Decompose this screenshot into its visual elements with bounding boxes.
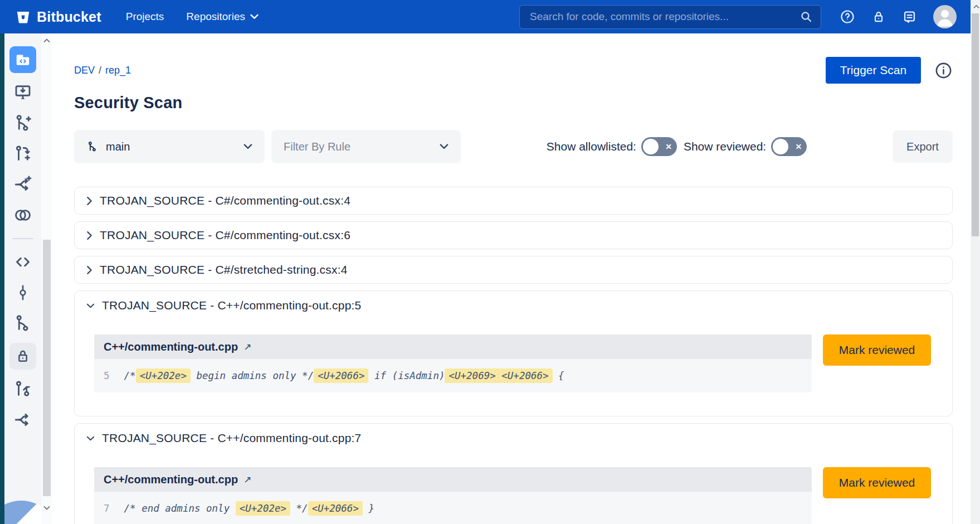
finding-header[interactable]: TROJAN_SOURCE - C++/commenting-out.cpp:7 (75, 424, 952, 453)
sidebar-divider (12, 238, 33, 239)
finding-title: TROJAN_SOURCE - C#/commenting-out.csx:6 (100, 229, 350, 242)
search-box[interactable] (519, 5, 821, 29)
nav-repositories-label: Repositories (186, 11, 245, 23)
search-input[interactable] (530, 11, 799, 23)
code-panel: C++/commenting-out.cpp ↗ 7 /* end admins… (94, 467, 812, 524)
watermark-circle (4, 501, 41, 524)
page-title: Security Scan (74, 94, 953, 112)
security-lock-icon (14, 347, 32, 365)
export-button[interactable]: Export (893, 130, 953, 163)
finding-row: TROJAN_SOURCE - C#/commenting-out.csx:4 (74, 187, 953, 215)
breadcrumb-project-link[interactable]: DEV (74, 65, 95, 76)
show-reviewed-label: Show reviewed: (684, 140, 766, 153)
code-text: */ (290, 503, 308, 514)
finding-header[interactable]: TROJAN_SOURCE - C#/commenting-out.csx:6 (75, 222, 952, 249)
show-allowlisted-toggle[interactable]: ✕ (641, 137, 677, 156)
file-name: C++/commenting-out.cpp (104, 473, 238, 486)
file-link[interactable]: C++/commenting-out.cpp ↗ (104, 341, 251, 353)
branch-select[interactable]: main (74, 130, 265, 163)
mark-reviewed-button[interactable]: Mark reviewed (823, 467, 931, 498)
finding-row-expanded: TROJAN_SOURCE - C++/commenting-out.cpp:7… (74, 423, 953, 524)
code-text: begin admins only */ (191, 370, 314, 381)
unicode-token-highlight: <U+2066> (308, 501, 363, 516)
compare-icon (13, 205, 33, 225)
scroll-up-icon[interactable] (972, 3, 980, 11)
trigger-scan-button[interactable]: Trigger Scan (826, 57, 921, 84)
page-scrollbar[interactable] (971, 0, 980, 524)
sidebar-scrollbar[interactable] (41, 33, 52, 524)
code-panel: C++/commenting-out.cpp ↗ 5 /*<U+202e> be… (94, 334, 812, 392)
person-icon (933, 5, 957, 28)
commits-icon (13, 283, 32, 302)
show-allowlisted-label: Show allowlisted: (547, 140, 636, 153)
window-edge-strip (0, 33, 4, 524)
search-icon[interactable] (799, 10, 813, 23)
nav-projects[interactable]: Projects (126, 11, 164, 23)
clone-icon (13, 83, 33, 103)
sidebar-scrollbar-thumb[interactable] (43, 240, 51, 496)
user-avatar[interactable] (933, 5, 957, 28)
sidebar-item-security-scan[interactable] (9, 343, 36, 370)
left-sidebar (4, 33, 41, 524)
rule-filter-placeholder: Filter By Rule (284, 140, 350, 153)
findings-list: TROJAN_SOURCE - C#/commenting-out.csx:4 … (74, 187, 953, 524)
code-text: /* (124, 370, 136, 381)
chevron-down-icon (250, 14, 259, 20)
scroll-down-icon[interactable] (43, 504, 51, 512)
lock-icon[interactable] (871, 9, 886, 24)
page-scrollbar-thumb[interactable] (972, 13, 979, 236)
scroll-up-icon[interactable] (43, 37, 51, 45)
toggle-off-icon: ✕ (795, 142, 802, 151)
sidebar-item-create-fork[interactable] (12, 173, 34, 196)
show-reviewed-toggle[interactable]: ✕ (771, 137, 807, 156)
chevron-down-icon (86, 435, 95, 441)
finding-title: TROJAN_SOURCE - C++/commenting-out.cpp:5 (102, 299, 362, 312)
finding-header[interactable]: TROJAN_SOURCE - C#/commenting-out.csx:4 (75, 187, 952, 214)
finding-header[interactable]: TROJAN_SOURCE - C++/commenting-out.cpp:5 (75, 291, 952, 320)
forks-icon (13, 410, 33, 430)
external-link-icon: ↗ (243, 341, 251, 353)
line-number: 7 (104, 503, 110, 514)
help-icon[interactable] (840, 9, 855, 25)
toggle-knob (773, 139, 788, 154)
sidebar-item-compare[interactable] (12, 204, 34, 226)
code-content: /*<U+202e> begin admins only */<U+2066> … (124, 370, 564, 381)
sidebar-item-commits[interactable] (12, 282, 34, 304)
nav-menu: Projects Repositories (126, 11, 259, 23)
breadcrumb-repo-link[interactable]: rep_1 (105, 65, 131, 76)
pull-requests-icon (13, 379, 33, 399)
file-name: C++/commenting-out.cpp (104, 341, 238, 353)
changelog-icon[interactable] (902, 9, 917, 25)
mark-reviewed-button[interactable]: Mark reviewed (823, 334, 931, 366)
sidebar-item-forks[interactable] (12, 409, 34, 431)
branches-icon (13, 313, 33, 333)
filter-bar: main Filter By Rule Show allowlisted: ✕ … (74, 130, 953, 163)
sidebar-item-clone[interactable] (12, 81, 34, 104)
file-link[interactable]: C++/commenting-out.cpp ↗ (104, 473, 251, 486)
toggle-off-icon: ✕ (665, 142, 672, 151)
bitbucket-home-link[interactable]: Bitbucket (16, 9, 101, 25)
code-content: /* end admins only <U+202e> */<U+2066> } (124, 503, 374, 514)
code-text: /* end admins only (124, 503, 236, 514)
code-line-row: 5 /*<U+202e> begin admins only */<U+2066… (94, 359, 812, 392)
rule-filter-select[interactable]: Filter By Rule (271, 130, 461, 163)
finding-title: TROJAN_SOURCE - C#/stretched-string.csx:… (100, 263, 348, 276)
file-bar: C++/commenting-out.cpp ↗ (94, 334, 812, 359)
chevron-right-icon (86, 265, 92, 275)
unicode-token-highlight: <U+202e> (236, 501, 290, 516)
sidebar-item-pull-requests[interactable] (12, 378, 34, 400)
info-icon[interactable] (934, 61, 953, 80)
create-fork-icon (13, 174, 33, 195)
finding-header[interactable]: TROJAN_SOURCE - C#/stretched-string.csx:… (75, 256, 952, 283)
finding-title: TROJAN_SOURCE - C++/commenting-out.cpp:7 (102, 431, 362, 445)
sidebar-item-source-folder[interactable] (9, 46, 36, 73)
sidebar-item-source-code[interactable] (12, 251, 34, 273)
code-text: if (isAdmin) (368, 370, 445, 381)
code-text: { (553, 370, 564, 381)
sidebar-item-create-branch[interactable] (12, 112, 34, 134)
sidebar-item-create-pull-request[interactable] (12, 143, 34, 165)
sidebar-item-branches[interactable] (12, 312, 34, 334)
nav-repositories[interactable]: Repositories (186, 11, 259, 23)
unicode-token-highlight: <U+2069> <U+2066> (445, 368, 552, 383)
external-link-icon: ↗ (243, 474, 251, 486)
